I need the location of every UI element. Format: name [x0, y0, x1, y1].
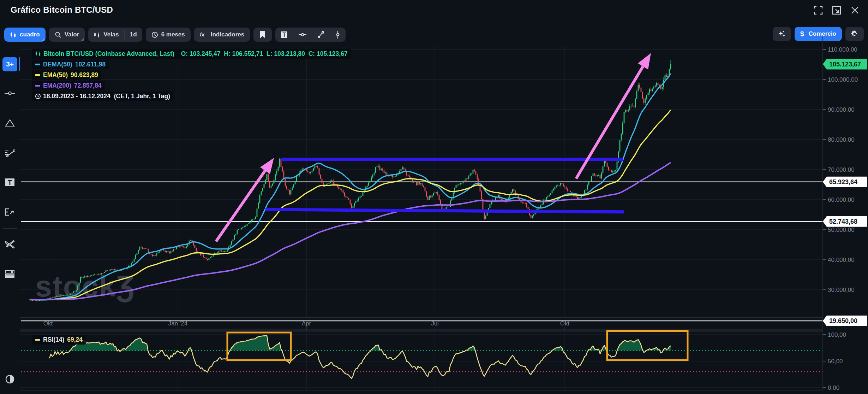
svg-text:65.923,64: 65.923,64 — [829, 178, 857, 186]
overlay-legend-ema200[interactable]: EMA(200)72.857,84 — [32, 81, 105, 90]
price-tick-label: 70.000,00 — [828, 166, 855, 173]
rsi-tick-label: 0,00 — [828, 384, 839, 391]
price-tick-label: 90.000,00 — [828, 106, 855, 113]
pink-arrow-2 — [638, 53, 651, 69]
rsi-tick-label: 50,00 — [828, 358, 843, 365]
rsi-legend-row[interactable]: RSI(14) 69,24 — [32, 335, 86, 345]
dema-swatch — [35, 64, 40, 65]
overlay-legend-dema50[interactable]: DEMA(50)102.611,98 — [32, 60, 109, 69]
symbol-legend-row[interactable]: Bitcoin BTC/USD (Coinbase Advanced, Last… — [32, 49, 351, 59]
rsi-plot — [49, 336, 671, 378]
rsi-tick-label: 100,00 — [828, 331, 846, 338]
price-tick-label: 80.000,00 — [828, 136, 855, 143]
price-tick-label: 50.000,00 — [828, 227, 855, 233]
price-axis-badges: 105.123,6765.923,6452.743,6819.650,00 — [823, 59, 867, 326]
price-tick-label: 60.000,00 — [828, 196, 855, 203]
price-tick-label: 40.000,00 — [828, 257, 855, 263]
chart-legend: Bitcoin BTC/USD (Coinbase Advanced, Last… — [32, 49, 351, 102]
ema200-line — [30, 163, 671, 300]
price-tick-label: 110.000,00 — [828, 46, 857, 53]
support-line — [265, 210, 624, 212]
svg-text:52.743,68: 52.743,68 — [829, 218, 857, 225]
app-window: stockƷ 110.000,00100.000,0090.000,0080.0… — [0, 0, 868, 394]
white-hline-drawings[interactable] — [21, 182, 822, 321]
overlay-legend-ema50[interactable]: EMA(50)90.623,89 — [32, 70, 101, 80]
symbol-name: Bitcoin BTC/USD (Coinbase Advanced, Last… — [43, 50, 174, 57]
pink-arrow-1 — [260, 158, 274, 174]
svg-text:19.650,00: 19.650,00 — [829, 317, 857, 324]
dema50-line — [30, 73, 671, 300]
ohlc-values: O: 103.245,47 H: 106.552,71 L: 103.213,8… — [179, 50, 348, 57]
ema200-swatch — [35, 85, 40, 87]
pane-separator — [20, 329, 822, 332]
price-tick-label: 30.000,00 — [828, 287, 855, 293]
svg-text:105.123,67: 105.123,67 — [829, 61, 861, 68]
rsi-pane — [21, 331, 822, 378]
date-range-row: 18.09.2023 - 16.12.2024 (CET, 1 Jahr, 1 … — [32, 92, 173, 101]
ema50-swatch — [35, 74, 40, 76]
rsi-swatch — [35, 339, 40, 341]
candles-icon — [35, 51, 41, 57]
overlay-lines — [30, 73, 671, 300]
clock-icon — [35, 93, 41, 99]
time-axis[interactable]: OktJan '24AprJulOkt — [43, 320, 570, 330]
price-tick-label: 100.000,00 — [828, 76, 858, 83]
